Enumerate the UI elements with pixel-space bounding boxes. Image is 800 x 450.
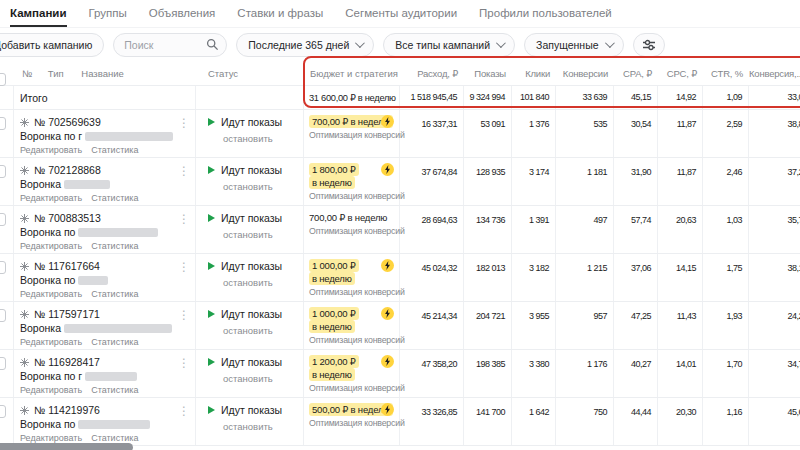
edit-link[interactable]: Редактировать [20, 241, 82, 251]
budget-strategy: Оптимизация конверсий [309, 335, 399, 345]
campaign-name[interactable]: Воронка по г [20, 130, 82, 142]
campaign-name[interactable]: Воронка по [20, 226, 75, 238]
totals-checkbox-cell [0, 86, 14, 109]
stop-link[interactable]: остановить [223, 421, 273, 432]
kebab-menu-icon[interactable]: ⋮ [178, 166, 190, 176]
campaign-id[interactable]: № 117617664 [34, 260, 100, 272]
campaign-name[interactable]: Воронка по [20, 418, 75, 430]
budget-value-line2: в неделю [309, 176, 355, 189]
row-checkbox[interactable] [0, 357, 6, 370]
cell-conversions: 497 [556, 206, 614, 253]
add-campaign-button[interactable]: Добавить кампанию [0, 33, 104, 57]
stop-link[interactable]: остановить [223, 229, 273, 240]
col-name[interactable]: Название [81, 68, 123, 79]
row-checkbox-cell [0, 158, 14, 205]
stop-link[interactable]: остановить [223, 373, 273, 384]
tab-ads[interactable]: Объявления [149, 7, 216, 27]
budget-strategy: Оптимизация конверсий [309, 226, 399, 236]
edit-link[interactable]: Редактировать [20, 289, 82, 299]
campaign-type-icon [20, 310, 29, 319]
play-icon [208, 406, 215, 414]
filter-settings-button[interactable] [633, 33, 665, 57]
lightning-icon[interactable] [381, 307, 394, 320]
row-checkbox[interactable] [0, 117, 6, 130]
horizontal-scrollbar-thumb[interactable] [0, 443, 133, 450]
col-conversions[interactable]: Конверсии [556, 60, 614, 88]
col-clicks[interactable]: Клики [512, 60, 556, 88]
cell-cpc: 14,15 [658, 254, 703, 301]
cell-shows: 198 385 [464, 350, 512, 397]
campaign-id[interactable]: № 702128868 [34, 164, 101, 176]
row-checkbox[interactable] [0, 405, 6, 418]
stats-link[interactable]: Статистика [91, 337, 138, 347]
campaign-type-value: Все типы кампаний [395, 39, 490, 51]
lightning-icon[interactable] [381, 403, 394, 416]
stop-link[interactable]: остановить [223, 133, 273, 144]
kebab-menu-icon[interactable]: ⋮ [178, 118, 190, 128]
campaign-type-icon [20, 166, 29, 175]
edit-link[interactable]: Редактировать [20, 337, 82, 347]
stats-link[interactable]: Статистика [91, 433, 138, 443]
tab-campaigns[interactable]: Кампании [10, 7, 67, 27]
lightning-icon[interactable] [381, 163, 394, 176]
col-conv-rate[interactable]: Конверсия,.. [749, 60, 800, 88]
col-ctr[interactable]: CTR, % [703, 60, 749, 88]
kebab-menu-icon[interactable]: ⋮ [178, 310, 190, 320]
col-shows[interactable]: Показы [464, 60, 512, 88]
lightning-icon[interactable] [381, 115, 394, 128]
edit-link[interactable]: Редактировать [20, 193, 82, 203]
campaign-name[interactable]: Воронка по [20, 274, 75, 286]
edit-link[interactable]: Редактировать [20, 433, 82, 443]
col-budget[interactable]: Бюджет и стратегия [304, 60, 400, 88]
stats-link[interactable]: Статистика [91, 145, 138, 155]
row-main-cell: № 116928417 ⋮ Воронка по г Редактировать… [14, 350, 196, 397]
stop-link[interactable]: остановить [223, 325, 273, 336]
col-spend[interactable]: Расход, ₽ [400, 60, 464, 88]
campaign-id[interactable]: № 116928417 [34, 356, 100, 368]
tab-user-profiles[interactable]: Профили пользователей [479, 7, 612, 27]
cell-conversions: 1 215 [556, 254, 614, 301]
row-checkbox[interactable] [0, 213, 6, 226]
campaign-type-dropdown[interactable]: Все типы кампаний [383, 33, 515, 57]
row-checkbox[interactable] [0, 309, 6, 322]
stats-link[interactable]: Статистика [91, 385, 138, 395]
col-cpc[interactable]: CPC, ₽ [658, 60, 703, 88]
kebab-menu-icon[interactable]: ⋮ [178, 262, 190, 272]
cell-ctr: 1,03 [703, 206, 749, 253]
stats-link[interactable]: Статистика [91, 289, 138, 299]
edit-link[interactable]: Редактировать [20, 145, 82, 155]
tab-audience-segments[interactable]: Сегменты аудитории [345, 7, 457, 27]
lightning-icon[interactable] [381, 259, 394, 272]
tab-groups[interactable]: Группы [89, 7, 127, 27]
cell-clicks: 1 642 [512, 398, 556, 445]
campaign-id[interactable]: № 700883513 [34, 212, 101, 224]
lightning-icon[interactable] [381, 355, 394, 368]
campaign-name[interactable]: Воронка [20, 178, 61, 190]
col-status[interactable]: Статус [196, 60, 304, 88]
date-range-dropdown[interactable]: Последние 365 дней [236, 33, 374, 57]
campaign-id[interactable]: № 114219976 [34, 404, 100, 416]
campaign-id[interactable]: № 117597171 [34, 308, 100, 320]
campaign-name[interactable]: Воронка по г [20, 370, 82, 382]
col-cpa[interactable]: CPA, ₽ [614, 60, 658, 88]
col-type[interactable]: Тип [48, 68, 64, 79]
edit-link[interactable]: Редактировать [20, 385, 82, 395]
campaign-id[interactable]: № 702569639 [34, 116, 101, 128]
stats-link[interactable]: Статистика [91, 193, 138, 203]
kebab-menu-icon[interactable]: ⋮ [178, 358, 190, 368]
select-all-checkbox[interactable] [0, 73, 6, 86]
stats-link[interactable]: Статистика [91, 241, 138, 251]
kebab-menu-icon[interactable]: ⋮ [178, 406, 190, 416]
redacted-text [78, 420, 150, 429]
row-checkbox[interactable] [0, 165, 6, 178]
stop-link[interactable]: остановить [223, 181, 273, 192]
status-text: Идут показы [221, 116, 282, 128]
kebab-menu-icon[interactable]: ⋮ [178, 214, 190, 224]
campaign-name[interactable]: Воронка [20, 322, 61, 334]
row-checkbox[interactable] [0, 261, 6, 274]
status-filter-dropdown[interactable]: Запущенные [524, 33, 623, 57]
totals-conv-rate: 33,0 [749, 86, 800, 109]
col-number[interactable]: № [22, 68, 32, 79]
tab-bids-phrases[interactable]: Ставки и фразы [237, 7, 323, 27]
stop-link[interactable]: остановить [223, 277, 273, 288]
